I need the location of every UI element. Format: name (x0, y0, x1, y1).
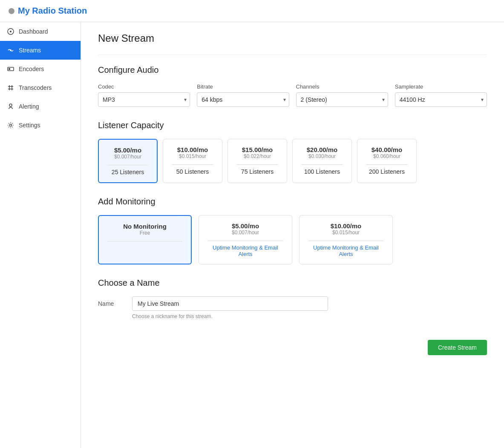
svg-point-1 (10, 31, 12, 32)
capacity-price-0: $5.00/mo (107, 146, 148, 154)
monitoring-card-none[interactable]: No Monitoring Free (98, 215, 192, 264)
monitoring-rate-0: Free (107, 230, 182, 236)
transcoders-icon (7, 84, 14, 92)
capacity-price-3: $20.00/mo (301, 146, 343, 153)
capacity-card-25[interactable]: $5.00/mo $0.007/hour 25 Listeners (98, 139, 158, 183)
bitrate-select-wrapper: 32 kbps 64 kbps 128 kbps 192 kbps 320 kb… (197, 92, 289, 107)
card-divider-1 (172, 164, 213, 165)
footer-row: Create Stream (98, 333, 487, 355)
station-name: My Radio Station (18, 6, 87, 16)
sidebar-item-dashboard-label: Dashboard (19, 28, 48, 35)
name-label: Name (98, 300, 124, 307)
samplerate-field: Samplerate 22050 Hz 44100 Hz 48000 Hz ▾ (395, 83, 487, 107)
svg-point-6 (10, 124, 12, 126)
capacity-section-title: Listener Capacity (98, 121, 487, 130)
capacity-card-100[interactable]: $20.00/mo $0.030/hour 100 Listeners (292, 139, 352, 183)
svg-rect-4 (9, 68, 10, 70)
capacity-rate-0: $0.007/hour (107, 154, 148, 160)
main-content: New Stream Configure Audio Codec MP3 AAC… (81, 22, 504, 448)
sidebar-item-dashboard[interactable]: Dashboard (0, 22, 81, 41)
codec-select-wrapper: MP3 AAC OGG ▾ (98, 92, 190, 107)
bitrate-label: Bitrate (197, 83, 289, 90)
name-row: Name (98, 296, 487, 311)
codec-select[interactable]: MP3 AAC OGG (98, 92, 190, 107)
name-section: Choose a Name Name Choose a nickname for… (98, 278, 487, 319)
sidebar-item-settings-label: Settings (19, 122, 40, 129)
sidebar-item-alerting-label: Alerting (19, 103, 39, 110)
sidebar-item-settings[interactable]: Settings (0, 116, 81, 135)
sidebar-item-encoders[interactable]: Encoders (0, 60, 81, 78)
monitoring-card-basic[interactable]: $5.00/mo $0.007/hour Uptime Monitoring &… (199, 215, 292, 264)
monitoring-rate-1: $0.007/hour (207, 230, 283, 235)
capacity-card-200[interactable]: $40.00/mo $0.060/hour 200 Listeners (357, 139, 417, 183)
svg-point-2 (10, 49, 12, 51)
card-divider-2 (236, 164, 278, 165)
monitoring-price-1: $5.00/mo (207, 222, 283, 230)
monitoring-divider-0 (107, 241, 182, 241)
capacity-rate-1: $0.015/hour (172, 153, 213, 159)
create-stream-button[interactable]: Create Stream (428, 340, 487, 355)
page-title: New Stream (98, 32, 487, 44)
capacity-listeners-1: 50 Listeners (172, 168, 213, 175)
audio-section: Configure Audio Codec MP3 AAC OGG ▾ (98, 65, 487, 107)
name-input[interactable] (132, 296, 328, 311)
app-container: My Radio Station Dashboard (0, 0, 504, 448)
encoders-icon (7, 65, 14, 73)
audio-section-title: Configure Audio (98, 65, 487, 75)
channels-field: Channels 1 (Mono) 2 (Stereo) ▾ (296, 83, 388, 107)
capacity-cards-list: $5.00/mo $0.007/hour 25 Listeners $10.00… (98, 139, 487, 183)
capacity-rate-2: $0.022/hour (236, 153, 278, 159)
station-status-dot (9, 8, 14, 14)
codec-label: Codec (98, 83, 190, 90)
capacity-rate-4: $0.060/hour (366, 153, 408, 159)
capacity-listeners-3: 100 Listeners (301, 168, 343, 175)
capacity-listeners-0: 25 Listeners (107, 169, 148, 175)
capacity-listeners-4: 200 Listeners (366, 168, 408, 175)
name-hint: Choose a nickname for this stream. (132, 313, 487, 319)
title-divider (98, 55, 487, 55)
sidebar-item-transcoders-label: Transcoders (19, 84, 52, 91)
capacity-price-1: $10.00/mo (172, 146, 213, 153)
monitoring-feature-1: Uptime Monitoring & Email Alerts (207, 244, 283, 257)
card-divider-4 (366, 164, 408, 165)
bitrate-select[interactable]: 32 kbps 64 kbps 128 kbps 192 kbps 320 kb… (197, 92, 289, 107)
channels-select-wrapper: 1 (Mono) 2 (Stereo) ▾ (296, 92, 388, 107)
alerting-icon (7, 103, 14, 110)
monitoring-section: Add Monitoring No Monitoring Free $5.00/… (98, 197, 487, 264)
capacity-listeners-2: 75 Listeners (236, 168, 278, 175)
card-divider-3 (301, 164, 343, 165)
monitoring-cards-list: No Monitoring Free $5.00/mo $0.007/hour … (98, 215, 487, 264)
monitoring-feature-2: Uptime Monitoring & Email Alerts (308, 244, 384, 257)
audio-config-grid: Codec MP3 AAC OGG ▾ Bitrate (98, 83, 487, 107)
capacity-card-50[interactable]: $10.00/mo $0.015/hour 50 Listeners (163, 139, 222, 183)
dashboard-icon (7, 28, 14, 35)
capacity-rate-3: $0.030/hour (301, 153, 343, 159)
monitoring-price-2: $10.00/mo (308, 222, 384, 230)
samplerate-select-wrapper: 22050 Hz 44100 Hz 48000 Hz ▾ (395, 92, 487, 107)
samplerate-label: Samplerate (395, 83, 487, 90)
monitoring-rate-2: $0.015/hour (308, 230, 384, 235)
name-section-title: Choose a Name (98, 278, 487, 288)
sidebar-item-transcoders[interactable]: Transcoders (0, 78, 81, 97)
monitoring-card-advanced[interactable]: $10.00/mo $0.015/hour Uptime Monitoring … (299, 215, 393, 264)
capacity-price-4: $40.00/mo (366, 146, 408, 153)
sidebar-item-encoders-label: Encoders (19, 66, 44, 72)
settings-icon (7, 121, 14, 129)
samplerate-select[interactable]: 22050 Hz 44100 Hz 48000 Hz (395, 92, 487, 107)
channels-label: Channels (296, 83, 388, 90)
monitoring-divider-1 (207, 241, 283, 241)
sidebar-item-streams[interactable]: Streams (0, 41, 81, 60)
monitoring-price-0: No Monitoring (107, 223, 182, 230)
codec-field: Codec MP3 AAC OGG ▾ (98, 83, 190, 107)
capacity-card-75[interactable]: $15.00/mo $0.022/hour 75 Listeners (228, 139, 287, 183)
card-divider-0 (107, 165, 148, 165)
bitrate-field: Bitrate 32 kbps 64 kbps 128 kbps 192 kbp… (197, 83, 289, 107)
streams-icon (7, 46, 14, 54)
channels-select[interactable]: 1 (Mono) 2 (Stereo) (296, 92, 388, 107)
main-layout: Dashboard Streams Encode (0, 22, 504, 448)
sidebar-item-alerting[interactable]: Alerting (0, 97, 81, 116)
sidebar: Dashboard Streams Encode (0, 22, 81, 448)
svg-point-5 (9, 104, 12, 106)
monitoring-section-title: Add Monitoring (98, 197, 487, 207)
monitoring-divider-2 (308, 241, 384, 241)
